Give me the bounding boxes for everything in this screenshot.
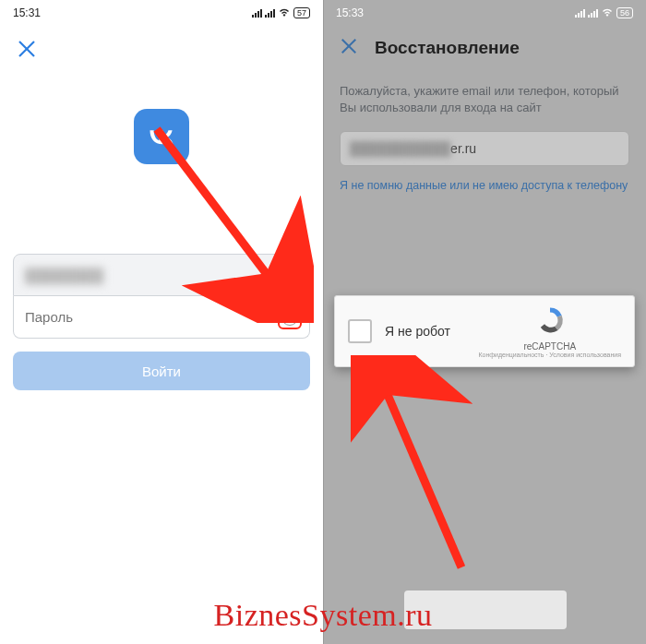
username-field[interactable]: ████████ bbox=[13, 254, 310, 296]
recaptcha-label: Я не робот bbox=[385, 324, 450, 339]
signal-icon bbox=[252, 8, 262, 18]
password-help-highlight: ? bbox=[278, 305, 302, 329]
page-title: Восстановление bbox=[375, 38, 520, 58]
wifi-icon bbox=[278, 7, 291, 18]
recovery-instruction: Пожалуйста, укажите email или телефон, к… bbox=[340, 83, 629, 116]
watermark: BiznesSystem.ru bbox=[214, 598, 433, 633]
status-indicators: 56 bbox=[575, 7, 633, 18]
username-blurred: ████████ bbox=[25, 268, 298, 283]
signal-icon bbox=[575, 8, 585, 18]
recaptcha-branding: reCAPTCHA Конфиденциальность · Условия и… bbox=[478, 304, 621, 358]
signal-icon bbox=[588, 8, 598, 18]
battery-indicator: 56 bbox=[616, 7, 633, 18]
status-time: 15:33 bbox=[336, 6, 364, 19]
recovery-screen: 15:33 56 Восстановление Пожалуйста, укаж… bbox=[323, 0, 646, 644]
recaptcha-checkbox[interactable] bbox=[348, 319, 372, 343]
email-suffix: er.ru bbox=[450, 141, 476, 156]
recovery-body: Пожалуйста, укажите email или телефон, к… bbox=[340, 83, 629, 192]
password-input[interactable] bbox=[25, 309, 298, 325]
status-time: 15:31 bbox=[13, 6, 41, 19]
recaptcha-brand: reCAPTCHA bbox=[478, 341, 621, 352]
status-bar: 15:33 56 bbox=[323, 0, 646, 26]
recovery-header: Восстановление bbox=[323, 37, 646, 59]
signal-icon bbox=[265, 8, 275, 18]
email-blurred: ███████████ bbox=[350, 141, 450, 156]
email-input[interactable]: ███████████ er.ru bbox=[340, 131, 629, 166]
wifi-icon bbox=[601, 7, 614, 18]
login-screen: 15:31 57 ████████ ? Войти bbox=[0, 0, 323, 644]
status-bar: 15:31 57 bbox=[0, 0, 323, 26]
close-button[interactable] bbox=[17, 39, 37, 59]
login-button[interactable]: Войти bbox=[13, 352, 310, 390]
login-form: ████████ ? Войти bbox=[13, 254, 310, 390]
status-indicators: 57 bbox=[252, 7, 310, 18]
password-field[interactable]: ? bbox=[13, 296, 310, 339]
battery-indicator: 57 bbox=[293, 7, 310, 18]
forgot-link[interactable]: Я не помню данные или не имею доступа к … bbox=[340, 179, 629, 192]
recaptcha-terms: Конфиденциальность · Условия использован… bbox=[478, 352, 621, 358]
vk-logo bbox=[134, 109, 189, 164]
pane-divider bbox=[323, 0, 324, 644]
help-icon[interactable]: ? bbox=[281, 309, 298, 326]
recaptcha-widget: Я не робот reCAPTCHA Конфиденциальность … bbox=[334, 295, 635, 367]
recaptcha-icon bbox=[534, 304, 566, 336]
close-button[interactable] bbox=[340, 37, 358, 59]
